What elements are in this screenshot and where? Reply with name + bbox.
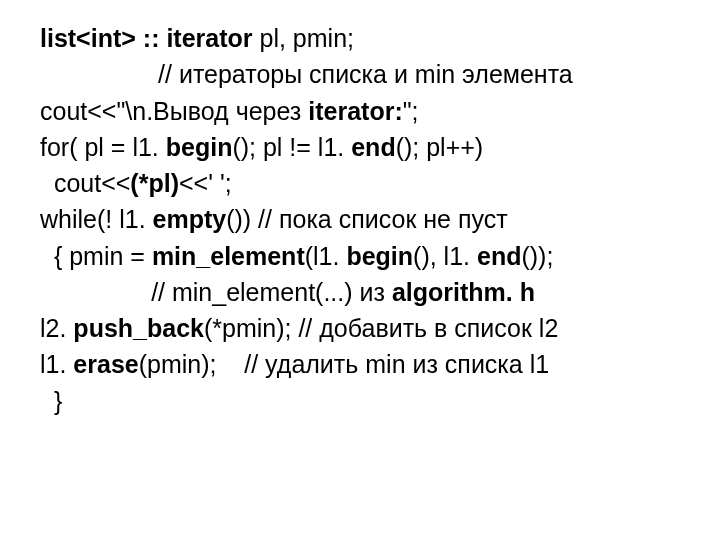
code-text: { pmin =: [40, 242, 152, 270]
code-line: for( pl = l1. begin(); pl != l1. end(); …: [40, 129, 690, 165]
code-line: while(! l1. empty()) // пока список не п…: [40, 201, 690, 237]
code-bold: push_back: [73, 314, 204, 342]
code-text: cout<<: [40, 169, 130, 197]
code-text: <<' ';: [179, 169, 232, 197]
code-text: cout<<"\n.Вывод через: [40, 97, 308, 125]
code-text: // итераторы списка и min элемента: [40, 60, 573, 88]
code-bold: min_element: [152, 242, 305, 270]
code-text: ());: [521, 242, 553, 270]
code-line: // итераторы списка и min элемента: [40, 56, 690, 92]
code-block: list<int> :: iterator pl, pmin; // итера…: [0, 0, 720, 419]
code-bold: end: [477, 242, 521, 270]
code-bold: begin: [346, 242, 413, 270]
code-text: while(! l1.: [40, 205, 153, 233]
code-line: l1. erase(pmin); // удалить min из списк…: [40, 346, 690, 382]
code-text: // min_element(...) из: [40, 278, 392, 306]
code-text: ";: [403, 97, 419, 125]
code-bold: :: iterator: [143, 24, 253, 52]
code-text: (*pmin); // добавить в список l2: [204, 314, 558, 342]
code-text: (pmin); // удалить min из списка l1: [139, 350, 549, 378]
code-text: (l1.: [305, 242, 347, 270]
code-text: pl, pmin;: [253, 24, 354, 52]
code-line: cout<<"\n.Вывод через iterator:";: [40, 93, 690, 129]
code-line: cout<<(*pl)<<' ';: [40, 165, 690, 201]
code-text: l1.: [40, 350, 73, 378]
code-line: list<int> :: iterator pl, pmin;: [40, 20, 690, 56]
code-text: for( pl = l1.: [40, 133, 166, 161]
code-line: // min_element(...) из algorithm. h: [40, 274, 690, 310]
code-line: l2. push_back(*pmin); // добавить в спис…: [40, 310, 690, 346]
code-text: (); pl++): [396, 133, 484, 161]
code-text: }: [40, 387, 62, 415]
code-bold: begin: [166, 133, 233, 161]
code-text: (), l1.: [413, 242, 477, 270]
code-bold: iterator:: [308, 97, 402, 125]
code-bold: empty: [153, 205, 227, 233]
code-bold: (*pl): [130, 169, 179, 197]
code-bold: list<int>: [40, 24, 143, 52]
code-text: l2.: [40, 314, 73, 342]
code-line: { pmin = min_element(l1. begin(), l1. en…: [40, 238, 690, 274]
code-bold: end: [351, 133, 395, 161]
code-text: ()) // пока список не пуст: [226, 205, 507, 233]
code-bold: algorithm. h: [392, 278, 535, 306]
code-line: }: [40, 383, 690, 419]
code-text: (); pl != l1.: [232, 133, 351, 161]
code-bold: erase: [73, 350, 138, 378]
